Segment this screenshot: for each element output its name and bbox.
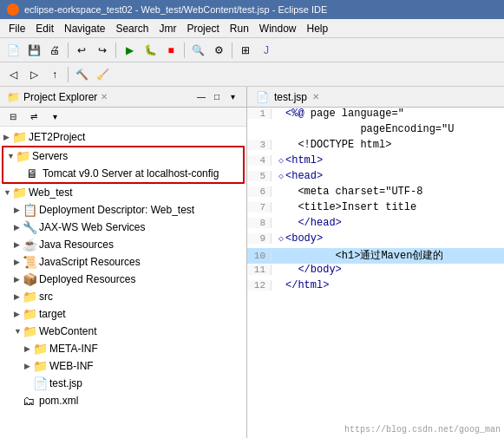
separator5	[68, 67, 69, 82]
code-line-7: 7 <title>Insert title	[247, 201, 504, 217]
view-menu-icon[interactable]: ▾	[45, 108, 64, 127]
tree-arrow-deployment: ▶	[14, 206, 23, 214]
menu-edit[interactable]: Edit	[30, 21, 59, 36]
line-marker-9: ◇	[277, 233, 285, 244]
tree-item-webcontent[interactable]: ▼ 📁 WebContent	[0, 323, 246, 340]
undo-button[interactable]: ↩	[72, 41, 91, 60]
label-jsres: JavaScript Resources	[39, 256, 141, 268]
editor-tab: 📄 test.jsp ✕	[247, 87, 504, 108]
view-menu-button[interactable]: ▾	[226, 90, 239, 104]
label-webcontent: WebContent	[39, 325, 97, 337]
panel-tab-actions: — □ ▾	[194, 90, 239, 104]
forward-button[interactable]: ▷	[24, 65, 43, 84]
code-text-12: </html>	[285, 279, 329, 291]
tree-item-testjsp[interactable]: 📄 test.jsp	[0, 375, 246, 392]
collapse-all-icon[interactable]: ⊟	[3, 108, 23, 127]
toolbar-row1: 📄 💾 🖨 ↩ ↪ ▶ 🐛 ■ 🔍 ⚙ ⊞ J	[0, 38, 504, 62]
folder-icon-webtest: 📁	[12, 186, 26, 199]
folder-icon-jet2: 📁	[12, 130, 26, 144]
menu-file[interactable]: File	[3, 21, 30, 36]
label-metainf: META-INF	[49, 343, 98, 355]
save-button[interactable]: 💾	[24, 41, 43, 60]
folder-icon-webinf: 📁	[33, 359, 47, 373]
editor-panel: 📄 test.jsp ✕ 1 <%@ page language=" pageE…	[247, 87, 504, 438]
clean-button[interactable]: 🧹	[93, 65, 112, 84]
editor-content[interactable]: 1 <%@ page language=" pageEncoding="U 3 …	[247, 108, 504, 438]
folder-icon: 📁	[7, 91, 20, 103]
tree-item-deployed[interactable]: ▶ 📦 Deployed Resources	[0, 271, 246, 288]
minimize-panel-button[interactable]: —	[194, 90, 208, 104]
up-button[interactable]: ↑	[45, 65, 64, 84]
build-button[interactable]: 🔨	[72, 65, 91, 84]
menu-bar: File Edit Navigate Search Jmr Project Ru…	[0, 19, 504, 38]
tree-item-webinf[interactable]: ▶ 📁 WEB-INF	[0, 357, 246, 375]
tree-item-src[interactable]: ▶ 📁 src	[0, 288, 246, 305]
tree-item-deployment[interactable]: ▶ 📋 Deployment Descriptor: Web_test	[0, 201, 246, 219]
code-line-10: 10 <h1>通过Maven创建的	[247, 248, 504, 264]
project-explorer-label: Project Explorer	[23, 91, 97, 103]
label-servers: Servers	[32, 150, 68, 162]
editor-tab-label[interactable]: test.jsp	[274, 91, 307, 103]
tab-close-icon[interactable]: ✕	[312, 92, 319, 101]
menu-run[interactable]: Run	[225, 21, 254, 36]
code-line-11: 11 </body>	[247, 264, 504, 279]
menu-jmr[interactable]: Jmr	[154, 21, 181, 36]
tree-item-servers[interactable]: ▼ 📁 Servers	[3, 147, 243, 165]
perspective-button[interactable]: ⊞	[236, 41, 255, 60]
servers-highlight-box: ▼ 📁 Servers 🖥 Tomcat v9.0 Server at loca…	[2, 146, 245, 184]
link-with-editor-icon[interactable]: ⇌	[24, 108, 43, 127]
java-perspective-button[interactable]: J	[257, 41, 276, 60]
back-button[interactable]: ◁	[3, 65, 23, 84]
tree-item-metainf[interactable]: ▶ 📁 META-INF	[0, 340, 246, 357]
tree-item-tomcat[interactable]: 🖥 Tomcat v9.0 Server at localhost-config	[3, 165, 243, 182]
redo-button[interactable]: ↪	[93, 41, 112, 60]
line-number-9: 9	[247, 233, 272, 244]
tree-item-pomxml[interactable]: 🗂 pom.xml	[0, 392, 246, 409]
separator2	[115, 42, 116, 58]
tree-item-target[interactable]: ▶ 📁 target	[0, 305, 246, 323]
maximize-panel-button[interactable]: □	[210, 90, 224, 104]
line-number-5: 5	[247, 171, 272, 181]
jsp-icon: 📄	[33, 376, 47, 390]
code-line-4: 4 ◇ <html>	[247, 154, 504, 170]
line-number-1: 1	[247, 108, 272, 119]
menu-help[interactable]: Help	[302, 21, 334, 36]
folder-icon-target: 📁	[23, 307, 36, 321]
tree-item-webtest[interactable]: ▼ 📁 Web_test	[0, 184, 246, 201]
print-button[interactable]: 🖨	[45, 41, 64, 60]
code-text-1: <%@ page language="	[285, 108, 404, 120]
menu-navigate[interactable]: Navigate	[59, 21, 110, 36]
debug-button[interactable]: 🐛	[141, 41, 160, 60]
jsp-file-icon: 📄	[256, 91, 269, 103]
tree-arrow-metainf: ▶	[24, 344, 33, 353]
code-line-3: 3 <!DOCTYPE html>	[247, 139, 504, 154]
settings-button[interactable]: ⚙	[209, 41, 228, 60]
code-text-8: </head>	[285, 217, 342, 229]
menu-search[interactable]: Search	[110, 21, 154, 36]
code-text-3: <!DOCTYPE html>	[285, 139, 391, 151]
tree-arrow-jet2: ▶	[3, 133, 12, 141]
menu-project[interactable]: Project	[181, 21, 224, 36]
tree-arrow-servers: ▼	[7, 152, 16, 160]
line-number-8: 8	[247, 218, 272, 228]
code-text-6: <meta charset="UTF-8	[285, 186, 422, 198]
new-button[interactable]: 📄	[3, 41, 23, 60]
window-title: eclipse-eorkspace_test02 - Web_test/WebC…	[24, 4, 327, 15]
label-webinf: WEB-INF	[49, 360, 94, 372]
tree-item-jaxws[interactable]: ▶ 🔧 JAX-WS Web Services	[0, 219, 246, 236]
jaxws-icon: 🔧	[23, 220, 36, 234]
tree-arrow-deployed: ▶	[14, 275, 23, 284]
tree-item-jsres[interactable]: ▶ 📜 JavaScript Resources	[0, 253, 246, 271]
tree-item-javares[interactable]: ▶ ☕ Java Resources	[0, 236, 246, 253]
folder-icon-webcontent: 📁	[23, 324, 36, 338]
search-tb-button[interactable]: 🔍	[188, 41, 207, 60]
javares-icon: ☕	[23, 238, 36, 252]
code-text-2: pageEncoding="U	[285, 123, 454, 135]
code-text-11: </body>	[285, 264, 342, 276]
menu-window[interactable]: Window	[254, 21, 302, 36]
run-button[interactable]: ▶	[120, 41, 139, 60]
tree-item-jet2project[interactable]: ▶ 📁 JET2Project	[0, 128, 246, 146]
separator3	[184, 42, 185, 58]
line-number-6: 6	[247, 186, 272, 197]
stop-button[interactable]: ■	[161, 41, 180, 60]
